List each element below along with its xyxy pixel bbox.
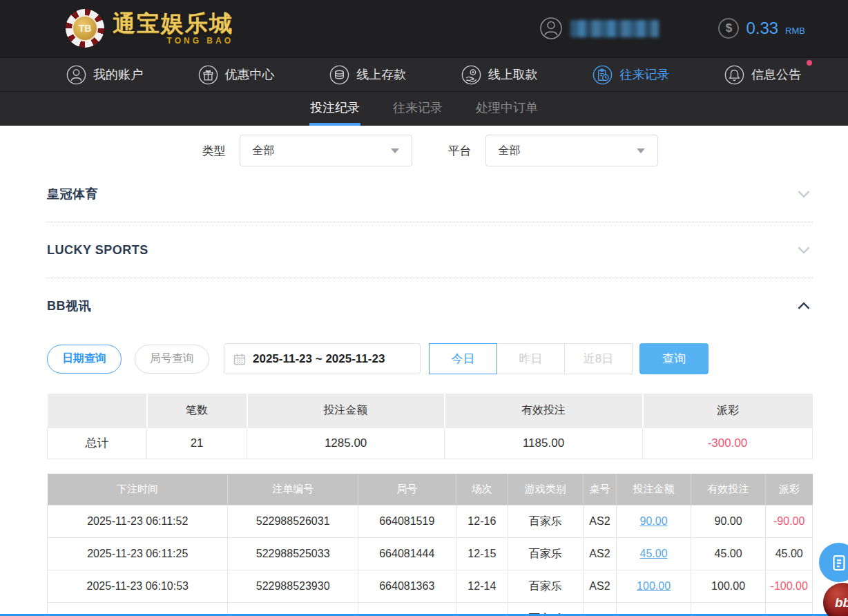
casino-chip-icon: TB [66, 9, 104, 48]
platform-filter-group: 平台 全部 [448, 135, 658, 166]
user-icon [539, 16, 563, 41]
logo-text: 通宝娱乐城 TONG BAO [113, 12, 233, 46]
cell-time: 2025-11-23 06:10:53 [48, 570, 228, 603]
cell-valid-bet: 100.00 [691, 570, 766, 603]
table-row: 2025-11-23 06:11:25 522988525033 6640814… [48, 538, 813, 570]
summary-header-blank [48, 394, 147, 427]
summary-header-valid-bet: 有效投注 [445, 394, 643, 427]
chevron-up-icon [795, 297, 813, 315]
cell-game: 百家乐 [508, 506, 584, 538]
summary-total-label: 总计 [48, 427, 147, 459]
balance-amount: 0.33 [746, 19, 778, 38]
tab-pending-orders[interactable]: 处理中订单 [475, 92, 539, 126]
cell-bet-amount: 45.00 [617, 538, 691, 570]
search-button[interactable]: 查询 [639, 343, 709, 374]
today-button[interactable]: 今日 [429, 343, 497, 374]
summary-count: 21 [147, 427, 247, 459]
round-query-button[interactable]: 局号查询 [135, 345, 209, 374]
chevron-down-icon [795, 241, 813, 259]
last-8-days-button[interactable]: 近8日 [564, 343, 633, 374]
col-header-table: 桌号 [583, 474, 617, 506]
summary-payout: -300.00 [643, 427, 813, 459]
nav-item-announcements[interactable]: 信息公告 [724, 64, 801, 86]
records-icon [592, 64, 613, 86]
nav-label: 优惠中心 [225, 66, 275, 83]
cell-table: AS2 [583, 570, 617, 603]
cell-time: 2025-11-23 06:11:25 [48, 538, 228, 570]
table-row: 2025-11-23 06:11:52 522988526031 6640815… [48, 506, 813, 538]
account-icon [66, 64, 87, 86]
chevron-down-icon [391, 148, 399, 153]
platform-select-value: 全部 [499, 144, 521, 158]
withdraw-icon [461, 64, 482, 86]
summary-header-row: 笔数 投注金额 有效投注 派彩 [48, 394, 813, 427]
tab-transaction-records[interactable]: 往来记录 [392, 92, 443, 126]
chevron-down-icon [637, 148, 645, 153]
bet-table-body: 2025-11-23 06:11:52 522988526031 6640815… [48, 506, 813, 616]
section-bb-live[interactable]: BB视讯 [47, 278, 813, 334]
bet-amount-link[interactable]: 45.00 [640, 548, 668, 559]
bet-amount-link[interactable]: 90.00 [640, 515, 668, 527]
section-lucky-sports[interactable]: LUCKY SPORTS [47, 222, 813, 278]
cell-session: 12-16 [456, 506, 508, 538]
nav-label: 线上存款 [356, 66, 406, 83]
nav-item-my-account[interactable]: 我的账户 [66, 64, 143, 86]
bet-table-header-row: 下注时间 注单编号 局号 场次 游戏类别 桌号 投注金额 有效投注 派彩 [48, 474, 813, 506]
section-crown-sports[interactable]: 皇冠体育 [47, 166, 813, 222]
cell-payout: -90.00 [766, 506, 813, 538]
tab-bet-records[interactable]: 投注纪录 [309, 92, 360, 126]
nav-item-deposit[interactable]: 线上存款 [329, 64, 406, 86]
nav-item-records[interactable]: 往来记录 [592, 64, 669, 86]
cell-round: 664081519 [358, 506, 456, 538]
chat-doc-icon [829, 552, 848, 573]
user-info[interactable] [539, 16, 659, 41]
date-query-button[interactable]: 日期查询 [47, 345, 122, 374]
yesterday-button[interactable]: 昨日 [497, 343, 565, 374]
cell-table: AS2 [583, 538, 617, 570]
summary-header-bet-amount: 投注金额 [247, 394, 445, 427]
bet-amount-link[interactable]: 100.00 [637, 580, 671, 592]
main-nav: 我的账户 优惠中心 线上存款 线上取款 往来记录 [0, 57, 848, 91]
tab-label: 往来记录 [393, 99, 443, 116]
chevron-down-icon [795, 185, 813, 203]
bet-table: 下注时间 注单编号 局号 场次 游戏类别 桌号 投注金额 有效投注 派彩 202… [47, 474, 813, 616]
bb-logo: bb [835, 595, 848, 610]
date-range-value: 2025-11-23 ~ 2025-11-23 [253, 352, 385, 366]
cell-bet-amount: 90.00 [617, 506, 691, 538]
balance[interactable]: $ 0.33 RMB [718, 18, 805, 39]
section-title: BB视讯 [47, 298, 91, 314]
filter-row: 类型 全部 平台 全部 [47, 135, 813, 166]
summary-total-row: 总计 21 1285.00 1185.00 -300.00 [48, 427, 813, 459]
site-logo[interactable]: TB 通宝娱乐城 TONG BAO [66, 9, 233, 48]
type-select[interactable]: 全部 [240, 135, 412, 166]
cell-bet-amount: 100.00 [617, 570, 691, 603]
customer-service-button[interactable] [819, 543, 848, 582]
nav-label: 线上取款 [488, 66, 538, 83]
cell-game: 百家乐 [508, 538, 584, 570]
col-header-valid-bet: 有效投注 [691, 474, 766, 506]
platform-select[interactable]: 全部 [485, 135, 658, 166]
cell-payout: 45.00 [766, 538, 813, 570]
platform-filter-label: 平台 [448, 143, 472, 159]
cell-session: 12-14 [456, 570, 508, 603]
col-header-game: 游戏类别 [508, 474, 584, 506]
query-bar: 日期查询 局号查询 2025-11-23 ~ 2025-11-23 今日 昨日 … [47, 343, 813, 374]
cell-session: 12-15 [456, 538, 508, 570]
cell-bet-id: 522988526031 [228, 506, 358, 538]
dollar-icon: $ [718, 18, 739, 39]
summary-bet-amount: 1285.00 [247, 427, 445, 459]
section-title: LUCKY SPORTS [47, 243, 148, 258]
bb-app-button[interactable]: bb [823, 583, 848, 616]
cell-bet-id: 522988523930 [228, 570, 358, 603]
notification-dot [807, 60, 812, 66]
date-range-input[interactable]: 2025-11-23 ~ 2025-11-23 [224, 343, 421, 374]
col-header-session: 场次 [456, 474, 508, 506]
section-title: 皇冠体育 [47, 186, 98, 202]
type-select-value: 全部 [253, 144, 275, 158]
nav-item-promotions[interactable]: 优惠中心 [197, 64, 275, 86]
col-header-bet-amount: 投注金额 [617, 474, 691, 506]
cell-table: AS2 [583, 506, 617, 538]
nav-item-withdraw[interactable]: 线上取款 [461, 64, 538, 86]
cell-round: 664081363 [358, 570, 456, 603]
summary-header-count: 笔数 [147, 394, 247, 427]
